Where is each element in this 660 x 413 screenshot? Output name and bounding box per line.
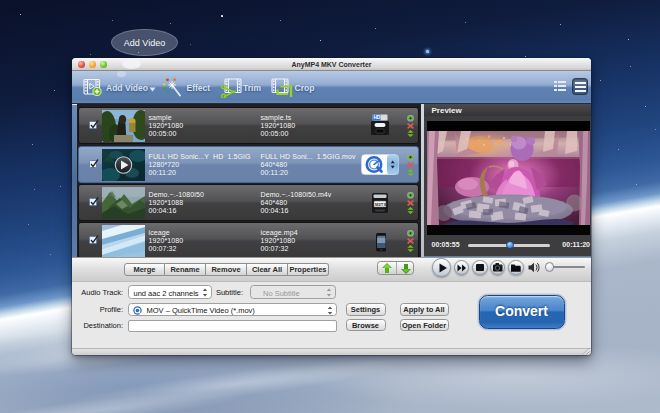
svg-text:M2TS: M2TS — [375, 202, 386, 207]
svg-text:HD: HD — [373, 115, 380, 120]
